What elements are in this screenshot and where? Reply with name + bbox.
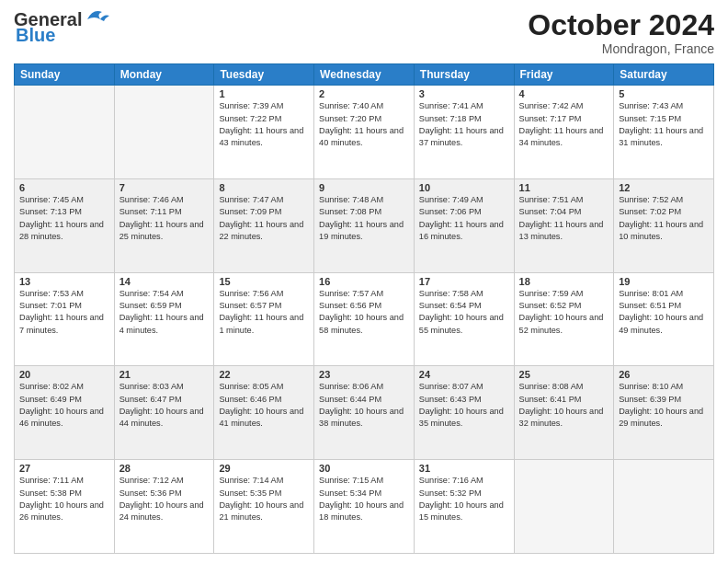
weekday-header-tuesday: Tuesday [214, 64, 314, 86]
day-number: 23 [319, 369, 409, 380]
weekday-header-saturday: Saturday [614, 64, 714, 86]
daylight-text: Daylight: 11 hours and 37 minutes. [419, 125, 509, 150]
day-number: 19 [619, 276, 709, 287]
sunrise-text: Sunrise: 7:43 AM [619, 100, 709, 112]
daylight-text: Daylight: 11 hours and 22 minutes. [219, 219, 309, 244]
daylight-text: Daylight: 10 hours and 55 minutes. [419, 312, 509, 337]
calendar-cell: 22Sunrise: 8:05 AMSunset: 6:46 PMDayligh… [214, 366, 314, 460]
daylight-text: Daylight: 10 hours and 58 minutes. [319, 312, 409, 337]
sunset-text: Sunset: 7:09 PM [219, 206, 309, 218]
week-row-5: 27Sunrise: 7:11 AMSunset: 5:38 PMDayligh… [15, 460, 714, 554]
daylight-text: Daylight: 10 hours and 32 minutes. [519, 406, 609, 431]
day-info: Sunrise: 8:01 AMSunset: 6:51 PMDaylight:… [619, 288, 709, 337]
day-info: Sunrise: 7:54 AMSunset: 6:59 PMDaylight:… [119, 288, 210, 337]
sunset-text: Sunset: 7:06 PM [419, 206, 509, 218]
sunrise-text: Sunrise: 8:05 AM [219, 381, 309, 393]
weekday-header-sunday: Sunday [15, 64, 115, 86]
daylight-text: Daylight: 11 hours and 25 minutes. [119, 219, 210, 244]
daylight-text: Daylight: 11 hours and 4 minutes. [119, 312, 210, 337]
calendar: SundayMondayTuesdayWednesdayThursdayFrid… [14, 63, 714, 554]
sunrise-text: Sunrise: 7:40 AM [319, 100, 409, 112]
day-info: Sunrise: 7:57 AMSunset: 6:56 PMDaylight:… [319, 288, 409, 337]
daylight-text: Daylight: 10 hours and 24 minutes. [119, 500, 210, 524]
daylight-text: Daylight: 10 hours and 18 minutes. [319, 500, 409, 524]
daylight-text: Daylight: 10 hours and 26 minutes. [19, 500, 109, 524]
day-info: Sunrise: 7:15 AMSunset: 5:34 PMDaylight:… [319, 475, 409, 523]
logo: General Blue [14, 9, 109, 46]
day-info: Sunrise: 7:56 AMSunset: 6:57 PMDaylight:… [219, 288, 309, 337]
day-number: 13 [19, 276, 109, 287]
header: General Blue October 2024 Mondragon, Fra… [14, 9, 714, 56]
daylight-text: Daylight: 10 hours and 46 minutes. [19, 406, 109, 431]
calendar-cell: 8Sunrise: 7:47 AMSunset: 7:09 PMDaylight… [214, 178, 314, 272]
daylight-text: Daylight: 11 hours and 10 minutes. [619, 219, 709, 244]
sunset-text: Sunset: 7:04 PM [519, 206, 609, 218]
day-info: Sunrise: 7:45 AMSunset: 7:13 PMDaylight:… [19, 194, 109, 243]
sunrise-text: Sunrise: 7:49 AM [419, 194, 509, 206]
day-number: 29 [219, 463, 309, 474]
day-info: Sunrise: 7:43 AMSunset: 7:15 PMDaylight:… [619, 100, 709, 149]
day-info: Sunrise: 7:49 AMSunset: 7:06 PMDaylight:… [419, 194, 509, 243]
day-info: Sunrise: 7:11 AMSunset: 5:38 PMDaylight:… [19, 475, 109, 523]
sunset-text: Sunset: 6:44 PM [319, 394, 409, 406]
daylight-text: Daylight: 11 hours and 34 minutes. [519, 125, 609, 150]
week-row-3: 13Sunrise: 7:53 AMSunset: 7:01 PMDayligh… [15, 272, 714, 366]
calendar-cell: 16Sunrise: 7:57 AMSunset: 6:56 PMDayligh… [314, 272, 415, 366]
sunrise-text: Sunrise: 7:41 AM [419, 100, 509, 112]
sunset-text: Sunset: 7:08 PM [319, 206, 409, 218]
day-number: 25 [519, 369, 609, 380]
sunset-text: Sunset: 6:57 PM [219, 300, 309, 312]
day-number: 31 [419, 463, 509, 474]
calendar-cell: 14Sunrise: 7:54 AMSunset: 6:59 PMDayligh… [114, 272, 214, 366]
sunset-text: Sunset: 6:43 PM [419, 394, 509, 406]
sunset-text: Sunset: 6:51 PM [619, 300, 709, 312]
calendar-cell: 13Sunrise: 7:53 AMSunset: 7:01 PMDayligh… [15, 272, 115, 366]
daylight-text: Daylight: 10 hours and 52 minutes. [519, 312, 609, 337]
sunset-text: Sunset: 6:49 PM [19, 394, 109, 406]
calendar-cell: 4Sunrise: 7:42 AMSunset: 7:17 PMDaylight… [514, 86, 614, 179]
sunrise-text: Sunrise: 7:59 AM [519, 288, 609, 300]
weekday-header-wednesday: Wednesday [314, 64, 415, 86]
weekday-header-row: SundayMondayTuesdayWednesdayThursdayFrid… [15, 64, 714, 86]
sunset-text: Sunset: 6:59 PM [119, 300, 210, 312]
sunrise-text: Sunrise: 7:14 AM [219, 475, 309, 487]
day-info: Sunrise: 8:05 AMSunset: 6:46 PMDaylight:… [219, 381, 309, 430]
sunrise-text: Sunrise: 8:06 AM [319, 381, 409, 393]
daylight-text: Daylight: 10 hours and 15 minutes. [419, 500, 509, 524]
day-number: 14 [119, 276, 210, 287]
day-info: Sunrise: 7:14 AMSunset: 5:35 PMDaylight:… [219, 475, 309, 523]
day-info: Sunrise: 7:48 AMSunset: 7:08 PMDaylight:… [319, 194, 409, 243]
sunset-text: Sunset: 6:46 PM [219, 394, 309, 406]
day-number: 3 [419, 88, 509, 99]
sunset-text: Sunset: 7:11 PM [119, 206, 210, 218]
day-info: Sunrise: 8:03 AMSunset: 6:47 PMDaylight:… [119, 381, 210, 430]
calendar-cell: 31Sunrise: 7:16 AMSunset: 5:32 PMDayligh… [414, 460, 514, 554]
day-number: 8 [219, 182, 309, 193]
calendar-cell [614, 460, 714, 554]
sunset-text: Sunset: 6:47 PM [119, 394, 210, 406]
day-number: 9 [319, 182, 409, 193]
daylight-text: Daylight: 10 hours and 29 minutes. [619, 406, 709, 431]
sunset-text: Sunset: 5:34 PM [319, 488, 409, 500]
sunrise-text: Sunrise: 7:54 AM [119, 288, 210, 300]
sunrise-text: Sunrise: 7:39 AM [219, 100, 309, 112]
day-number: 28 [119, 463, 210, 474]
day-info: Sunrise: 7:46 AMSunset: 7:11 PMDaylight:… [119, 194, 210, 243]
day-number: 24 [419, 369, 509, 380]
calendar-cell: 21Sunrise: 8:03 AMSunset: 6:47 PMDayligh… [114, 366, 214, 460]
sunrise-text: Sunrise: 8:08 AM [519, 381, 609, 393]
calendar-cell: 1Sunrise: 7:39 AMSunset: 7:22 PMDaylight… [214, 86, 314, 179]
day-number: 7 [119, 182, 210, 193]
calendar-cell: 15Sunrise: 7:56 AMSunset: 6:57 PMDayligh… [214, 272, 314, 366]
sunrise-text: Sunrise: 8:07 AM [419, 381, 509, 393]
day-number: 26 [619, 369, 709, 380]
sunrise-text: Sunrise: 7:56 AM [219, 288, 309, 300]
calendar-cell: 17Sunrise: 7:58 AMSunset: 6:54 PMDayligh… [414, 272, 514, 366]
daylight-text: Daylight: 11 hours and 16 minutes. [419, 219, 509, 244]
daylight-text: Daylight: 11 hours and 31 minutes. [619, 125, 709, 150]
day-number: 1 [219, 88, 309, 99]
daylight-text: Daylight: 11 hours and 1 minute. [219, 312, 309, 337]
sunrise-text: Sunrise: 8:03 AM [119, 381, 210, 393]
sunrise-text: Sunrise: 7:53 AM [19, 288, 109, 300]
day-number: 10 [419, 182, 509, 193]
